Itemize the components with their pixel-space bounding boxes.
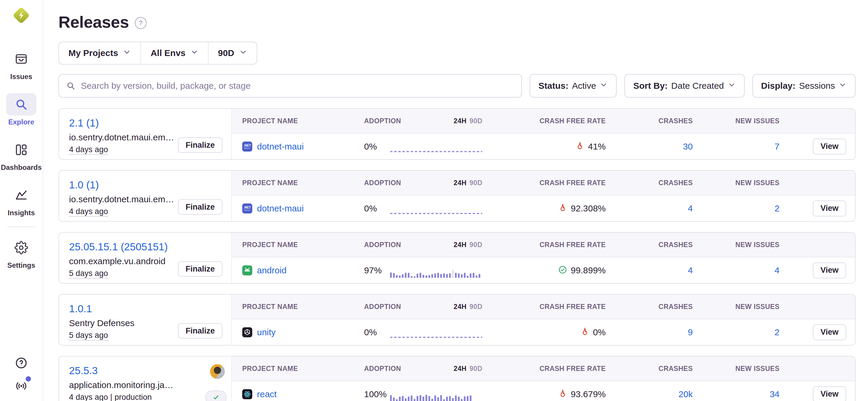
col-header-adoption-group: ADOPTION 24H90D [364, 241, 483, 249]
crashes-count-link[interactable]: 4 [625, 203, 693, 213]
release-version-link[interactable]: 25.5.3 [69, 365, 231, 376]
chevron-down-icon [727, 81, 736, 91]
col-header-project-name: PROJECT NAME [242, 117, 364, 125]
release-status-check[interactable] [205, 390, 226, 401]
project-link[interactable]: android [257, 265, 286, 275]
project-link[interactable]: dotnet-maui [257, 203, 304, 213]
col-header-project-name: PROJECT NAME [242, 179, 364, 187]
sort-by-dropdown[interactable]: Sort By: Date Created [624, 74, 744, 98]
help-icon[interactable] [14, 356, 29, 370]
status-dropdown-label: Status: [538, 81, 568, 91]
sidebar-item-insights[interactable]: Insights [0, 184, 42, 217]
release-version-link[interactable]: 1.0 (1) [69, 179, 231, 191]
view-button[interactable]: View [813, 262, 846, 278]
new-issues-count-link[interactable]: 34 [693, 389, 779, 399]
col-header-chart-range: 24H90D [454, 117, 483, 125]
environment-filter-dropdown[interactable]: All Envs [141, 42, 208, 64]
adoption-value: 0% [364, 141, 377, 152]
adoption-value: 0% [364, 203, 377, 213]
finalize-button[interactable]: Finalize [178, 323, 222, 338]
crash-free-status-icon [558, 265, 567, 276]
release-created-time: 5 days ago [69, 331, 108, 340]
date-range-dropdown[interactable]: 90D [209, 42, 257, 64]
project-link[interactable]: unity [257, 327, 276, 337]
crash-free-value: 99.899% [571, 265, 606, 275]
crash-free-status-icon [558, 203, 567, 214]
release-card: 25.5.3 application.monitoring.ja… 4 days… [58, 356, 856, 401]
release-version-link[interactable]: 25.05.15.1 (2505151) [69, 241, 231, 253]
project-cell: react [242, 389, 364, 399]
col-header-crash-free-rate: CRASH FREE RATE [483, 241, 625, 249]
search-box[interactable] [58, 74, 522, 98]
sidebar-item-dashboards[interactable]: Dashboards [0, 139, 42, 172]
crash-free-cell: 92.308% [483, 203, 625, 214]
new-issues-count-link[interactable]: 7 [693, 141, 779, 152]
view-button[interactable]: View [813, 201, 846, 216]
adoption-cell: 97% [364, 258, 483, 283]
col-header-project-name: PROJECT NAME [242, 241, 364, 249]
crash-free-status-icon [575, 141, 585, 152]
new-issues-count-link[interactable]: 4 [693, 265, 779, 275]
col-header-chart-range: 24H90D [454, 241, 483, 249]
table-data-row: react 100% 93.679% 20k 34 View [232, 381, 855, 401]
sidebar-item-settings[interactable]: Settings [0, 236, 42, 269]
crashes-count-link[interactable]: 9 [625, 327, 693, 337]
sentry-logo[interactable] [12, 6, 31, 25]
project-link[interactable]: react [257, 389, 277, 399]
sidebar-item-explore[interactable]: Explore [0, 93, 42, 126]
sidebar-item-label: Settings [7, 261, 35, 269]
col-header-new-issues: NEW ISSUES [693, 241, 779, 249]
crash-free-cell: 41% [483, 141, 625, 152]
crash-free-status-icon [558, 389, 567, 400]
finalize-button[interactable]: Finalize [178, 261, 222, 276]
status-dropdown[interactable]: Status: Active [530, 74, 617, 98]
page-filter-bar: My Projects All Envs 90D [58, 41, 257, 65]
new-issues-count-link[interactable]: 2 [693, 327, 779, 337]
finalize-button[interactable]: Finalize [178, 199, 222, 215]
finalize-button[interactable]: Finalize [178, 137, 222, 153]
display-dropdown[interactable]: Display: Sessions [752, 74, 856, 98]
release-card: 1.0 (1) io.sentry.dotnet.maui.em… 4 days… [58, 170, 856, 222]
release-version-link[interactable]: 2.1 (1) [69, 117, 231, 129]
col-header-adoption-group: ADOPTION 24H90D [364, 179, 483, 187]
crashes-count-link[interactable]: 4 [625, 265, 693, 275]
adoption-dashed-line [390, 213, 483, 214]
view-cell: View [779, 139, 855, 155]
view-button[interactable]: View [813, 139, 846, 155]
project-cell: android [242, 265, 364, 275]
display-dropdown-label: Display: [761, 81, 796, 91]
col-header-crash-free-rate: CRASH FREE RATE [483, 117, 625, 125]
view-button[interactable]: View [813, 324, 846, 340]
chevron-down-icon [123, 48, 131, 58]
chevron-down-icon [190, 48, 198, 58]
view-button[interactable]: View [813, 386, 846, 401]
sidebar-item-issues[interactable]: Issues [0, 48, 42, 81]
project-filter-dropdown[interactable]: My Projects [59, 42, 141, 64]
project-link[interactable]: dotnet-maui [257, 141, 304, 152]
table-header-row: PROJECT NAME ADOPTION 24H90D CRASH FREE … [232, 357, 855, 381]
project-cell: .NETMAUI dotnet-maui [242, 141, 364, 152]
crash-free-status-icon [580, 327, 589, 338]
inbox-icon [6, 48, 36, 70]
check-icon [212, 393, 220, 401]
release-created-time: 5 days ago [69, 269, 108, 279]
view-cell: View [779, 201, 855, 216]
view-cell: View [779, 324, 855, 340]
search-input[interactable] [80, 80, 514, 91]
col-header-new-issues: NEW ISSUES [693, 179, 779, 187]
adoption-value: 100% [364, 389, 387, 399]
new-issues-count-link[interactable]: 2 [693, 203, 779, 213]
broadcast-icon[interactable] [14, 378, 29, 393]
crashes-count-link[interactable]: 20k [625, 389, 693, 399]
page-title: Releases [58, 12, 129, 32]
crash-free-value: 0% [593, 327, 606, 337]
release-health-table: PROJECT NAME ADOPTION 24H90D CRASH FREE … [232, 171, 855, 221]
crash-free-cell: 0% [483, 327, 625, 338]
col-header-crashes: CRASHES [625, 117, 693, 125]
adoption-cell: 100% [364, 381, 483, 401]
release-version-link[interactable]: 1.0.1 [69, 303, 231, 314]
crashes-count-link[interactable]: 30 [625, 141, 693, 152]
release-summary-panel: 1.0 (1) io.sentry.dotnet.maui.em… 4 days… [59, 171, 232, 221]
search-icon [66, 81, 75, 91]
question-circle-icon[interactable]: ? [135, 17, 147, 29]
